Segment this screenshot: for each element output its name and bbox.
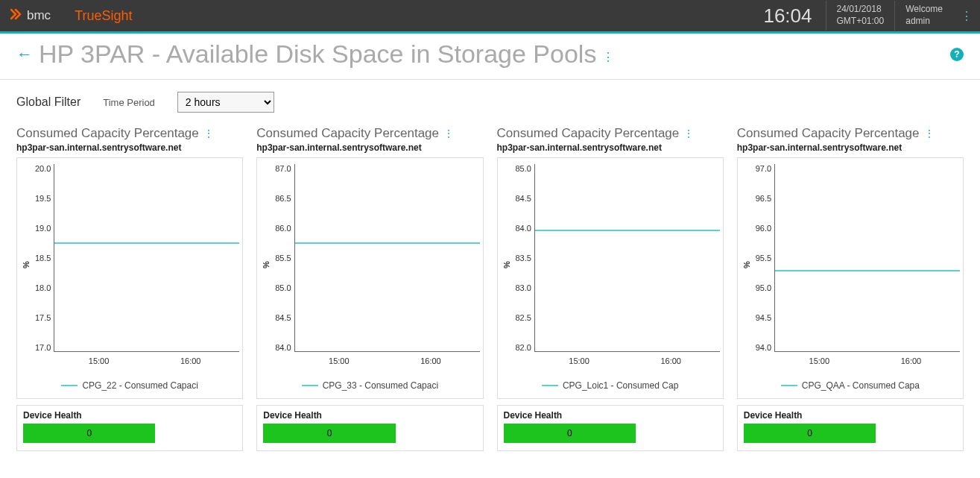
- chart-card: %97.096.596.095.595.094.594.015:0016:00C…: [737, 157, 964, 399]
- welcome-label: Welcome: [905, 4, 943, 16]
- health-card: Device Health0: [737, 405, 964, 451]
- tz-value: GMT+01:00: [837, 16, 885, 28]
- title-row: ← HP 3PAR - Available Disk Space in Stor…: [0, 34, 980, 79]
- y-axis-label: %: [20, 164, 32, 365]
- time-period-select[interactable]: 2 hours: [177, 92, 274, 113]
- bmc-icon: [10, 8, 24, 24]
- panel-host: hp3par-san.internal.sentrysoftware.net: [497, 142, 724, 153]
- y-tick: 95.0: [756, 283, 771, 292]
- panel-header: Consumed Capacity Percentage⋮: [16, 126, 243, 141]
- health-label: Device Health: [504, 410, 717, 421]
- health-bar[interactable]: 0: [504, 424, 636, 443]
- panel: Consumed Capacity Percentage⋮hp3par-san.…: [737, 126, 964, 451]
- legend-label: CPG_22 - Consumed Capaci: [82, 380, 197, 391]
- y-tick: 96.0: [756, 224, 771, 233]
- y-tick: 85.5: [275, 254, 291, 262]
- back-arrow-icon[interactable]: ←: [16, 45, 33, 64]
- header-menu-icon[interactable]: ⋮: [953, 9, 980, 23]
- panel-host: hp3par-san.internal.sentrysoftware.net: [737, 142, 964, 153]
- x-axis: 15:0016:00: [534, 356, 717, 365]
- panel-menu-icon[interactable]: ⋮: [683, 128, 694, 139]
- global-filter-label: Global Filter: [16, 95, 80, 109]
- date-value: 24/01/2018: [837, 4, 885, 16]
- chart-legend[interactable]: CPG_Loic1 - Consumed Cap: [501, 380, 720, 391]
- x-tick: 15:00: [569, 356, 589, 365]
- panel: Consumed Capacity Percentage⋮hp3par-san.…: [16, 126, 243, 451]
- y-tick: 85.0: [275, 283, 291, 292]
- y-tick: 82.0: [516, 343, 531, 352]
- divider: [0, 79, 980, 80]
- chart-card: %20.019.519.018.518.017.517.015:0016:00C…: [16, 157, 243, 399]
- chart-body[interactable]: %20.019.519.018.518.017.517.015:0016:00: [20, 164, 239, 365]
- y-tick: 94.5: [756, 313, 771, 322]
- chart-card: %87.086.586.085.585.084.584.015:0016:00C…: [256, 157, 483, 399]
- panel-header: Consumed Capacity Percentage⋮: [497, 126, 724, 141]
- y-axis-label: %: [501, 164, 513, 365]
- panel: Consumed Capacity Percentage⋮hp3par-san.…: [256, 126, 483, 451]
- chart-legend[interactable]: CPG_33 - Consumed Capaci: [260, 380, 479, 391]
- x-axis: 15:0016:00: [293, 356, 476, 365]
- y-tick: 20.0: [35, 164, 51, 173]
- y-tick: 96.5: [756, 194, 771, 203]
- y-tick: 18.0: [35, 283, 51, 292]
- y-tick: 82.5: [516, 313, 531, 322]
- help-icon[interactable]: ?: [950, 48, 964, 61]
- y-tick: 94.0: [756, 343, 771, 352]
- chart-legend[interactable]: CPG_QAA - Consumed Capa: [741, 380, 960, 391]
- plot-area[interactable]: [294, 164, 480, 352]
- y-tick: 83.0: [516, 283, 531, 292]
- plot-area[interactable]: [54, 164, 239, 352]
- x-axis: 15:0016:00: [774, 356, 957, 365]
- y-tick: 19.5: [35, 194, 51, 203]
- x-tick: 16:00: [180, 356, 201, 365]
- health-label: Device Health: [744, 410, 957, 421]
- y-axis-label: %: [260, 164, 272, 365]
- chart-body[interactable]: %85.084.584.083.583.082.582.015:0016:00: [501, 164, 720, 365]
- y-tick: 83.5: [516, 254, 531, 262]
- legend-label: CPG_QAA - Consumed Capa: [802, 380, 920, 391]
- filter-row: Global Filter Time Period 2 hours: [0, 87, 980, 126]
- y-tick: 87.0: [275, 164, 291, 173]
- chart-legend[interactable]: CPG_22 - Consumed Capaci: [20, 380, 239, 391]
- health-bar[interactable]: 0: [263, 424, 395, 443]
- user-cell[interactable]: Welcome admin: [894, 1, 953, 30]
- legend-swatch-icon: [781, 385, 797, 386]
- plot-area[interactable]: [534, 164, 720, 352]
- x-tick: 15:00: [89, 356, 110, 365]
- y-tick: 19.0: [35, 224, 51, 233]
- y-tick: 84.0: [275, 343, 291, 352]
- y-tick: 17.0: [35, 343, 51, 352]
- panel-title: Consumed Capacity Percentage: [16, 126, 199, 141]
- chart-body[interactable]: %87.086.586.085.585.084.584.015:0016:00: [260, 164, 479, 365]
- y-tick: 18.5: [35, 254, 51, 262]
- brand-logo[interactable]: bmc: [0, 8, 61, 24]
- y-tick: 86.0: [275, 224, 291, 233]
- title-menu-icon[interactable]: ⋮: [602, 50, 614, 64]
- date-cell: 24/01/2018 GMT+01:00: [826, 1, 895, 30]
- legend-swatch-icon: [61, 385, 78, 386]
- y-axis: 87.086.586.085.585.084.584.0: [272, 164, 294, 365]
- y-axis: 20.019.519.018.518.017.517.0: [32, 164, 54, 365]
- product-name[interactable]: TrueSight: [61, 8, 145, 24]
- panel-menu-icon[interactable]: ⋮: [443, 128, 454, 139]
- plot-area[interactable]: [774, 164, 960, 352]
- y-tick: 86.5: [275, 194, 291, 203]
- y-axis: 97.096.596.095.595.094.594.0: [753, 164, 774, 365]
- panel-host: hp3par-san.internal.sentrysoftware.net: [16, 142, 243, 153]
- health-bar[interactable]: 0: [744, 424, 876, 443]
- health-label: Device Health: [23, 410, 236, 421]
- panel-title: Consumed Capacity Percentage: [737, 126, 920, 141]
- x-tick: 15:00: [809, 356, 830, 365]
- clock: 16:04: [750, 4, 825, 28]
- chart-body[interactable]: %97.096.596.095.595.094.594.015:0016:00: [741, 164, 960, 365]
- y-tick: 84.5: [516, 194, 531, 203]
- health-card: Device Health0: [256, 405, 483, 451]
- health-bar[interactable]: 0: [23, 424, 155, 443]
- panel-header: Consumed Capacity Percentage⋮: [256, 126, 483, 141]
- health-card: Device Health0: [16, 405, 243, 451]
- panel-menu-icon[interactable]: ⋮: [203, 128, 214, 139]
- x-tick: 16:00: [420, 356, 441, 365]
- chart-card: %85.084.584.083.583.082.582.015:0016:00C…: [497, 157, 724, 399]
- panel-menu-icon[interactable]: ⋮: [924, 128, 935, 139]
- series-line: [535, 230, 720, 231]
